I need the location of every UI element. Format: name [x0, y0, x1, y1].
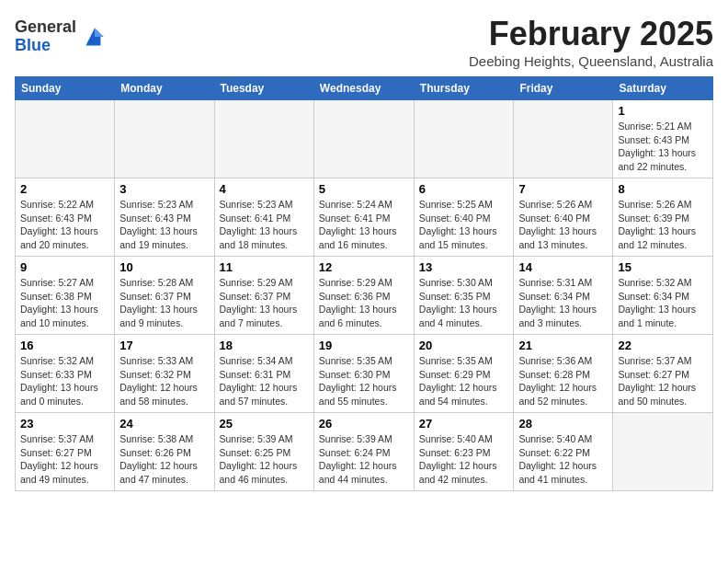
logo-text: General Blue [15, 18, 76, 55]
day-info: Sunrise: 5:33 AM Sunset: 6:32 PM Dayligh… [119, 354, 209, 408]
day-number: 12 [319, 260, 409, 274]
day-info: Sunrise: 5:39 AM Sunset: 6:24 PM Dayligh… [319, 432, 409, 487]
calendar-cell: 3Sunrise: 5:23 AM Sunset: 6:43 PM Daylig… [115, 178, 214, 257]
calendar-cell: 18Sunrise: 5:34 AM Sunset: 6:31 PM Dayli… [214, 335, 313, 413]
day-number: 2 [20, 182, 109, 196]
calendar-cell: 22Sunrise: 5:37 AM Sunset: 6:27 PM Dayli… [613, 335, 713, 413]
day-number: 5 [319, 182, 409, 196]
day-header-saturday: Saturday [613, 77, 713, 100]
day-number: 3 [119, 182, 209, 196]
day-info: Sunrise: 5:36 AM Sunset: 6:28 PM Dayligh… [518, 354, 608, 408]
day-info: Sunrise: 5:34 AM Sunset: 6:31 PM Dayligh… [220, 354, 309, 408]
day-info: Sunrise: 5:31 AM Sunset: 6:34 PM Dayligh… [518, 276, 608, 330]
calendar-cell [514, 100, 613, 178]
days-header-row: SundayMondayTuesdayWednesdayThursdayFrid… [16, 77, 713, 100]
day-info: Sunrise: 5:25 AM Sunset: 6:40 PM Dayligh… [419, 198, 509, 252]
day-number: 16 [20, 339, 109, 352]
logo-general: General [15, 18, 76, 37]
day-info: Sunrise: 5:23 AM Sunset: 6:43 PM Dayligh… [119, 198, 209, 252]
calendar-cell: 11Sunrise: 5:29 AM Sunset: 6:37 PM Dayli… [214, 257, 313, 335]
title-area: February 2025 Deebing Heights, Queenslan… [469, 15, 713, 69]
calendar-cell: 4Sunrise: 5:23 AM Sunset: 6:41 PM Daylig… [214, 178, 313, 257]
day-info: Sunrise: 5:35 AM Sunset: 6:30 PM Dayligh… [319, 354, 409, 408]
calendar-cell: 15Sunrise: 5:32 AM Sunset: 6:34 PM Dayli… [613, 257, 713, 335]
day-info: Sunrise: 5:37 AM Sunset: 6:27 PM Dayligh… [618, 354, 708, 408]
day-number: 14 [518, 260, 608, 274]
day-number: 28 [518, 417, 608, 431]
calendar-cell: 8Sunrise: 5:26 AM Sunset: 6:39 PM Daylig… [613, 178, 713, 257]
day-number: 18 [220, 339, 309, 352]
calendar-cell: 13Sunrise: 5:30 AM Sunset: 6:35 PM Dayli… [414, 257, 514, 335]
calendar-cell: 2Sunrise: 5:22 AM Sunset: 6:43 PM Daylig… [16, 178, 115, 257]
week-row-2: 9Sunrise: 5:27 AM Sunset: 6:38 PM Daylig… [16, 257, 713, 335]
calendar-cell [16, 100, 115, 178]
calendar-cell [613, 413, 713, 491]
calendar-cell: 5Sunrise: 5:24 AM Sunset: 6:41 PM Daylig… [313, 178, 414, 257]
day-number: 15 [618, 260, 708, 274]
calendar-cell: 27Sunrise: 5:40 AM Sunset: 6:23 PM Dayli… [414, 413, 514, 491]
calendar-cell: 19Sunrise: 5:35 AM Sunset: 6:30 PM Dayli… [313, 335, 414, 413]
day-info: Sunrise: 5:32 AM Sunset: 6:33 PM Dayligh… [20, 354, 109, 408]
day-info: Sunrise: 5:29 AM Sunset: 6:36 PM Dayligh… [319, 276, 409, 330]
day-info: Sunrise: 5:23 AM Sunset: 6:41 PM Dayligh… [220, 198, 309, 252]
week-row-4: 23Sunrise: 5:37 AM Sunset: 6:27 PM Dayli… [16, 413, 713, 491]
day-number: 6 [419, 182, 509, 196]
calendar-cell: 25Sunrise: 5:39 AM Sunset: 6:25 PM Dayli… [214, 413, 313, 491]
calendar-cell [115, 100, 214, 178]
calendar-cell: 6Sunrise: 5:25 AM Sunset: 6:40 PM Daylig… [414, 178, 514, 257]
calendar-cell: 28Sunrise: 5:40 AM Sunset: 6:22 PM Dayli… [514, 413, 613, 491]
day-header-sunday: Sunday [16, 77, 115, 100]
calendar-cell: 7Sunrise: 5:26 AM Sunset: 6:40 PM Daylig… [514, 178, 613, 257]
day-number: 22 [618, 339, 708, 352]
calendar-cell: 23Sunrise: 5:37 AM Sunset: 6:27 PM Dayli… [16, 413, 115, 491]
subtitle: Deebing Heights, Queensland, Australia [469, 53, 713, 69]
day-number: 21 [518, 339, 608, 352]
day-info: Sunrise: 5:35 AM Sunset: 6:29 PM Dayligh… [419, 354, 509, 408]
day-number: 19 [319, 339, 409, 352]
day-info: Sunrise: 5:26 AM Sunset: 6:39 PM Dayligh… [618, 198, 708, 252]
day-header-friday: Friday [514, 77, 613, 100]
day-info: Sunrise: 5:26 AM Sunset: 6:40 PM Dayligh… [518, 198, 608, 252]
calendar-cell: 24Sunrise: 5:38 AM Sunset: 6:26 PM Dayli… [115, 413, 214, 491]
day-number: 11 [220, 260, 309, 274]
day-number: 26 [319, 417, 409, 431]
calendar-cell [414, 100, 514, 178]
logo-icon [80, 22, 109, 52]
calendar-cell: 1Sunrise: 5:21 AM Sunset: 6:43 PM Daylig… [613, 100, 713, 178]
day-header-monday: Monday [115, 77, 214, 100]
day-info: Sunrise: 5:22 AM Sunset: 6:43 PM Dayligh… [20, 198, 109, 252]
calendar-cell: 10Sunrise: 5:28 AM Sunset: 6:37 PM Dayli… [115, 257, 214, 335]
day-number: 13 [419, 260, 509, 274]
calendar-cell: 9Sunrise: 5:27 AM Sunset: 6:38 PM Daylig… [16, 257, 115, 335]
logo: General Blue [15, 18, 109, 55]
day-info: Sunrise: 5:38 AM Sunset: 6:26 PM Dayligh… [119, 432, 209, 487]
day-info: Sunrise: 5:30 AM Sunset: 6:35 PM Dayligh… [419, 276, 509, 330]
day-number: 27 [419, 417, 509, 431]
day-number: 1 [618, 104, 708, 118]
day-header-wednesday: Wednesday [313, 77, 414, 100]
day-number: 17 [119, 339, 209, 352]
day-info: Sunrise: 5:40 AM Sunset: 6:22 PM Dayligh… [518, 432, 608, 487]
calendar-cell: 20Sunrise: 5:35 AM Sunset: 6:29 PM Dayli… [414, 335, 514, 413]
calendar-cell: 12Sunrise: 5:29 AM Sunset: 6:36 PM Dayli… [313, 257, 414, 335]
week-row-3: 16Sunrise: 5:32 AM Sunset: 6:33 PM Dayli… [16, 335, 713, 413]
calendar-cell [214, 100, 313, 178]
day-number: 20 [419, 339, 509, 352]
header: General Blue February 2025 Deebing Heigh… [15, 15, 713, 69]
calendar: SundayMondayTuesdayWednesdayThursdayFrid… [15, 76, 713, 491]
day-info: Sunrise: 5:32 AM Sunset: 6:34 PM Dayligh… [618, 276, 708, 330]
day-number: 4 [220, 182, 309, 196]
day-info: Sunrise: 5:37 AM Sunset: 6:27 PM Dayligh… [20, 432, 109, 487]
calendar-cell: 17Sunrise: 5:33 AM Sunset: 6:32 PM Dayli… [115, 335, 214, 413]
month-title: February 2025 [469, 15, 713, 53]
logo-blue: Blue [15, 37, 76, 55]
day-info: Sunrise: 5:40 AM Sunset: 6:23 PM Dayligh… [419, 432, 509, 487]
day-info: Sunrise: 5:21 AM Sunset: 6:43 PM Dayligh… [618, 120, 708, 174]
day-number: 9 [20, 260, 109, 274]
day-number: 10 [119, 260, 209, 274]
day-number: 7 [518, 182, 608, 196]
svg-marker-1 [95, 28, 104, 37]
day-number: 23 [20, 417, 109, 431]
day-info: Sunrise: 5:28 AM Sunset: 6:37 PM Dayligh… [119, 276, 209, 330]
week-row-0: 1Sunrise: 5:21 AM Sunset: 6:43 PM Daylig… [16, 100, 713, 178]
